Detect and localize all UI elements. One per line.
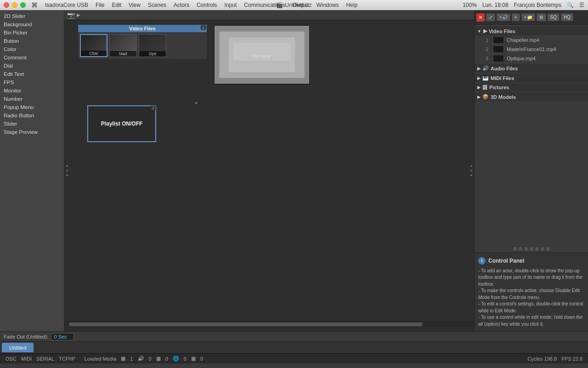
status-audio-count: 0 [149,356,152,362]
sidebar-item-stagepreview[interactable]: Stage Preview [0,128,64,136]
menu-input[interactable]: Input [225,2,237,8]
menu-controls[interactable]: Controls [197,2,217,8]
sidebar-item-color[interactable]: Color [0,45,64,53]
dot-1[interactable] [513,247,517,251]
file-tree-3dmodels-header[interactable]: ▶ 📦 3D Models [475,92,588,101]
scroll-dot [195,102,197,104]
sidebar-item-number[interactable]: Number [0,95,64,103]
menu-view[interactable]: View [129,2,141,8]
dot-2[interactable] [519,247,522,251]
dot-3[interactable] [524,247,528,251]
thumb-char-label: Char [81,51,107,56]
close-icon: ✕ [478,14,483,21]
hq-btn[interactable]: HQ [561,13,573,21]
sidebar-item-button[interactable]: Button [0,37,64,45]
video-files-header[interactable]: Video Files 1 [78,25,207,32]
video-file-row-3[interactable]: 3 Optique.mp4 [475,54,588,63]
minimize-button[interactable] [12,2,17,8]
video-files-widget[interactable]: Video Files 1 Char Mad Opti [78,25,207,59]
battery-status: 100% [463,2,477,8]
dot-4[interactable] [530,247,533,251]
expand-btn[interactable]: ⤢ [486,13,495,21]
add-folder-btn[interactable]: +📁 [521,13,535,21]
file-title: Untitled.izz [285,2,312,8]
menu-edit[interactable]: Edit [112,2,121,8]
video-thumb-3 [493,55,504,62]
sidebar-item-monitor[interactable]: Monitor [0,86,64,95]
sq-btn[interactable]: SQ [548,13,560,21]
close-panel-button[interactable]: ✕ [476,13,485,22]
file-tree-pictures-header[interactable]: ▶ 🖼 Pictures [475,83,588,92]
sidebar-item-fps[interactable]: FPS [0,78,64,86]
thumb-opti[interactable]: Opti [139,34,166,57]
camera-triangle: ▶ [77,12,80,17]
menu-bar: ⌘ IsadoraCore USB File Edit View Scenes … [0,0,588,10]
menu-windows[interactable]: Windows [317,2,339,8]
status-net-count: 0 [184,356,187,362]
canvas-scrollbar[interactable] [64,321,474,327]
scene-tab-untitled[interactable]: Untitled [2,343,34,352]
menu-app-name[interactable]: IsadoraCore USB [45,2,88,8]
status-midi[interactable]: MIDI [21,356,32,362]
video-folder-icon: ▶ [483,28,487,34]
status-serial[interactable]: SERIAL [36,356,54,362]
status-frame-icon: ▦ [156,356,161,362]
status-osc[interactable]: OSC [6,356,17,362]
sidebar-item-radiobutton[interactable]: Radio Button [0,111,64,120]
search-icon[interactable]: 🔍 [567,2,574,8]
status-tcpip[interactable]: TCP/IP [59,356,75,362]
video-files-title: Video Files [129,26,156,31]
dot-7[interactable] [546,247,550,251]
file-tree-audio-header[interactable]: ▶ 🔊 Audio Files [475,64,588,73]
playlist-widget[interactable]: 2 Playlist ON/OFF [87,105,156,142]
canvas-inner[interactable]: Video Files 1 Char Mad Opti [64,20,474,321]
video-preview[interactable]: No Signal [214,25,310,85]
title-bar-right: 100% Lun. 18:08 François Bontemps 🔍 ☰ [463,2,584,8]
pictures-label: Pictures [489,85,509,90]
row-num-1: 1 [486,37,493,43]
sidebar-item-slider[interactable]: Slider [0,120,64,128]
menu-actors[interactable]: Actors [174,2,189,8]
file-tree-midi-header[interactable]: ▶ 🎹 MIDI Files [475,74,588,82]
status-net-icon: 🌐 [173,356,179,362]
sidebar-item-2dslider[interactable]: 2D Slider [0,12,64,20]
sidebar-item-binpicker[interactable]: Bin Picker [0,29,64,37]
file-tree-pictures: ▶ 🖼 Pictures [475,83,588,92]
file-tree: ▼ ▶ Video Files 1 Chapelier.mp4 2 MadeIn… [475,25,588,245]
sidebar-item-edittext[interactable]: Edit Text [0,70,64,78]
add-btn[interactable]: + [512,13,520,21]
status-frame-count: 0 [165,356,168,362]
settings-btn[interactable]: ⚙ [537,13,546,21]
menu-help[interactable]: Help [346,2,357,8]
menu-scenes[interactable]: Scenes [148,2,166,8]
dot-6[interactable] [541,247,544,251]
sidebar-item-popupmenu[interactable]: Popup Menu [0,103,64,111]
midi-icon: 🎹 [482,75,489,81]
video-thumb-2 [493,46,504,53]
canvas-toolbar: 📷 ▶ [64,10,474,20]
menu-icon[interactable]: ☰ [579,2,584,8]
add-vol-btn[interactable]: +🔊 [497,13,510,21]
thumb-mad[interactable]: Mad [109,34,137,57]
close-button[interactable] [4,2,9,8]
menu-file[interactable]: File [96,2,104,8]
file-tree-video-header[interactable]: ▼ ▶ Video Files [475,27,588,35]
camera-icon[interactable]: 📷 [67,12,75,19]
file-tree-video: ▼ ▶ Video Files 1 Chapelier.mp4 2 MadeIn… [475,27,588,63]
sidebar-item-dial[interactable]: Dial [0,62,64,70]
fade-out-value[interactable]: 0 Sec [51,333,74,340]
dot [470,165,472,167]
dot [470,170,472,172]
thumb-char[interactable]: Char [80,34,107,57]
dot-5[interactable] [535,247,539,251]
collapse-arrow-pictures: ▶ [477,85,481,90]
video-file-row-1[interactable]: 1 Chapelier.mp4 [475,35,588,45]
apple-icon: ⌘ [31,1,38,9]
canvas-scrollbar-thumb[interactable] [69,322,423,326]
status-audio-icon: 🔊 [138,356,144,362]
sidebar-item-background[interactable]: Background [0,20,64,29]
sidebar-item-comment[interactable]: Comment [0,53,64,62]
zoom-button[interactable] [20,2,26,8]
video-file-row-2[interactable]: 2 MadeInFrance01.mp4 [475,45,588,54]
audio-files-label: Audio Files [491,66,518,71]
